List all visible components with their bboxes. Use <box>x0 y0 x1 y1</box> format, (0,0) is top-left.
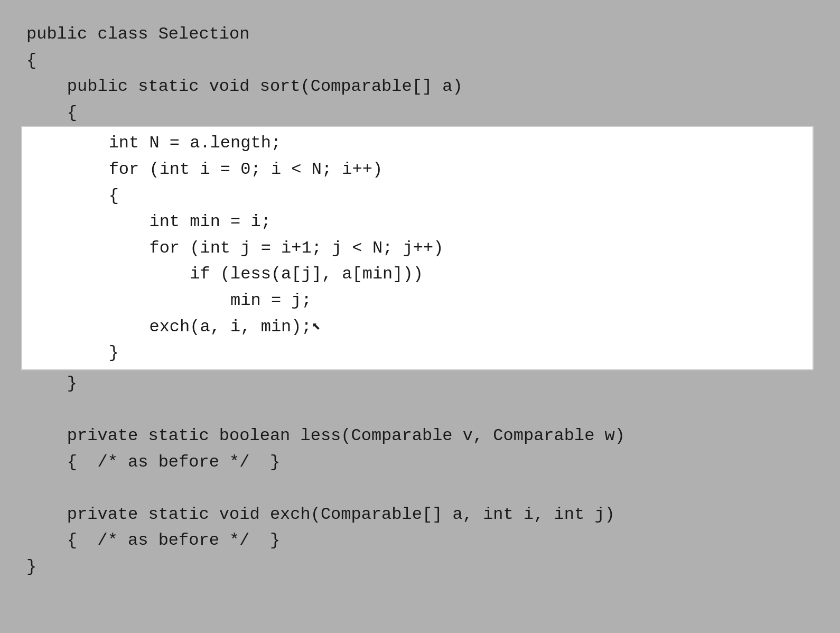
highlight-line-7: min = j; <box>27 287 802 314</box>
highlight-line-1: int N = a.length; <box>27 130 802 156</box>
code-line-3: public static void sort(Comparable[] a) <box>26 73 814 100</box>
code-line-4: { <box>26 100 814 126</box>
after-line-4: private static void exch(Comparable[] a,… <box>26 501 814 528</box>
after-line-2: private static boolean less(Comparable v… <box>26 423 814 449</box>
after-line-6: } <box>26 554 814 580</box>
highlighted-region: int N = a.length; for (int i = 0; i < N;… <box>21 126 814 370</box>
code-block: public class Selection { public static v… <box>26 21 814 580</box>
mouse-cursor-icon: ⬉ <box>312 319 321 336</box>
highlight-line-9: } <box>27 340 802 366</box>
highlight-line-8: exch(a, i, min);⬉ <box>27 314 802 340</box>
after-line-blank-2 <box>26 475 814 501</box>
after-line-5: { /* as before */ } <box>26 527 814 554</box>
after-line-blank-1 <box>26 396 814 423</box>
code-container: public class Selection { public static v… <box>0 0 840 633</box>
code-line-1: public class Selection <box>26 21 814 48</box>
highlight-line-6: if (less(a[j], a[min])) <box>27 261 802 287</box>
highlight-line-4: int min = i; <box>27 209 802 235</box>
after-line-1: } <box>26 370 814 397</box>
code-line-2: { <box>26 48 814 74</box>
after-line-3: { /* as before */ } <box>26 449 814 476</box>
highlight-line-2: for (int i = 0; i < N; i++) <box>27 156 802 183</box>
highlight-line-5: for (int j = i+1; j < N; j++) <box>27 235 802 262</box>
highlight-line-3: { <box>27 183 802 209</box>
